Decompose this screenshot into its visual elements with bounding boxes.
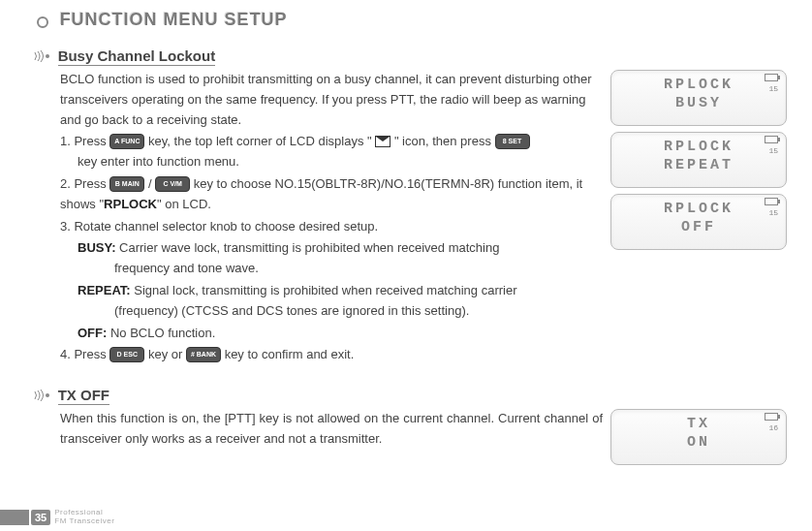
hash-bank-key-icon: # BANK (186, 347, 221, 362)
step4-text-a: 4. Press (60, 347, 109, 361)
busy-text2: frequency and tone wave. (114, 259, 603, 279)
lcd-stack-2: 16 TXON (610, 409, 787, 471)
lcd-line2: BUSY (675, 95, 722, 111)
step1: 1. Press A FUNC key, the top left corner… (60, 132, 603, 172)
d-esc-key-icon: D ESC (109, 347, 144, 362)
step2-slash: / (148, 176, 155, 191)
a-func-key-icon: A FUNC (109, 134, 144, 149)
section1-title: Busy Channel Lockout (58, 47, 216, 66)
busy-text1: Carrier wave lock, transmitting is prohi… (115, 240, 499, 255)
step2-text-c: " on LCD. (157, 197, 211, 211)
lcd-num: 15 (768, 84, 778, 93)
lcd-line2: OFF (681, 219, 716, 235)
repeat-label: REPEAT: (78, 283, 131, 297)
busy-row: BUSY: Carrier wave lock, transmitting is… (78, 238, 603, 259)
step2-bold: RPLOCK (104, 197, 157, 211)
page-footer: 35 Professional FM Transceiver (0, 509, 114, 525)
battery-icon (765, 413, 778, 421)
lcd-num: 15 (768, 208, 778, 217)
step4-text-b: key or (148, 347, 186, 361)
footer-line2: FM Transceiver (54, 516, 114, 525)
lcd-rplock-busy: 15 RPLOCKBUSY (610, 70, 787, 126)
step2: 2. Press B MAIN / C V/M key to choose NO… (60, 174, 603, 215)
lcd-line1: RPLOCK (664, 139, 734, 155)
lcd-stack-1: 15 RPLOCKBUSY 15 RPLOCKREPEAT 15 RPLOCKO… (610, 70, 787, 256)
lcd-line1: RPLOCK (664, 77, 734, 93)
envelope-icon (375, 136, 390, 147)
lcd-line2: ON (687, 434, 710, 451)
section1-intro: BCLO function is used to prohibit transm… (60, 70, 603, 130)
svg-point-1 (46, 393, 49, 397)
step1-text-b: key, the top left corner of LCD displays… (148, 134, 375, 148)
step4: 4. Press D ESC key or # BANK key to conf… (60, 345, 603, 365)
lcd-line1: RPLOCK (664, 201, 734, 217)
lcd-line1: TX (687, 416, 710, 432)
page-number: 35 (31, 510, 50, 525)
section2-body: When this function is on, the [PTT] key … (60, 409, 603, 450)
section2-header: TX OFF (33, 387, 795, 409)
battery-icon (765, 136, 778, 143)
lcd-tx-on: 16 TXON (610, 409, 787, 465)
off-label: OFF: (78, 326, 107, 340)
step1-text-c: " icon, then press (394, 134, 495, 148)
battery-icon (765, 198, 778, 205)
wave-icon (33, 49, 50, 66)
footer-bar (0, 510, 29, 525)
step1-text-d: key enter into function menu. (78, 152, 603, 172)
c-vm-key-icon: C V/M (155, 176, 190, 192)
page-title: FUNCTION MENU SETUP (60, 10, 288, 29)
off-text: No BCLO function. (107, 326, 215, 340)
lcd-line2: REPEAT (664, 157, 734, 173)
repeat-text2: (frequency) (CTCSS and DCS tones are ign… (114, 301, 603, 322)
busy-label: BUSY: (78, 240, 115, 255)
repeat-text1: Signal lock, transmitting is prohibited … (131, 283, 517, 297)
step4-text-c: key to confirm and exit. (225, 347, 355, 361)
eight-set-key-icon: 8 SET (495, 134, 530, 149)
battery-icon (765, 74, 778, 81)
b-main-key-icon: B MAIN (109, 176, 144, 192)
repeat-row: REPEAT: Signal lock, transmitting is pro… (78, 281, 603, 301)
lcd-rplock-off: 15 RPLOCKOFF (610, 194, 787, 250)
wave-icon (33, 389, 50, 405)
lcd-num: 15 (768, 146, 778, 155)
step3: 3. Rotate channel selector knob to choos… (60, 217, 603, 237)
step2-text-a: 2. Press (60, 176, 109, 191)
step1-text-a: 1. Press (60, 134, 109, 148)
page-title-row: FUNCTION MENU SETUP (37, 10, 795, 30)
lcd-num: 16 (768, 423, 778, 432)
title-bullet (37, 16, 48, 28)
svg-point-0 (46, 54, 49, 58)
section2-title: TX OFF (58, 387, 109, 405)
lcd-rplock-repeat: 15 RPLOCKREPEAT (610, 132, 787, 188)
section1-header: Busy Channel Lockout (33, 47, 795, 70)
footer-text: Professional FM Transceiver (54, 509, 114, 525)
off-row: OFF: No BCLO function. (78, 324, 603, 344)
